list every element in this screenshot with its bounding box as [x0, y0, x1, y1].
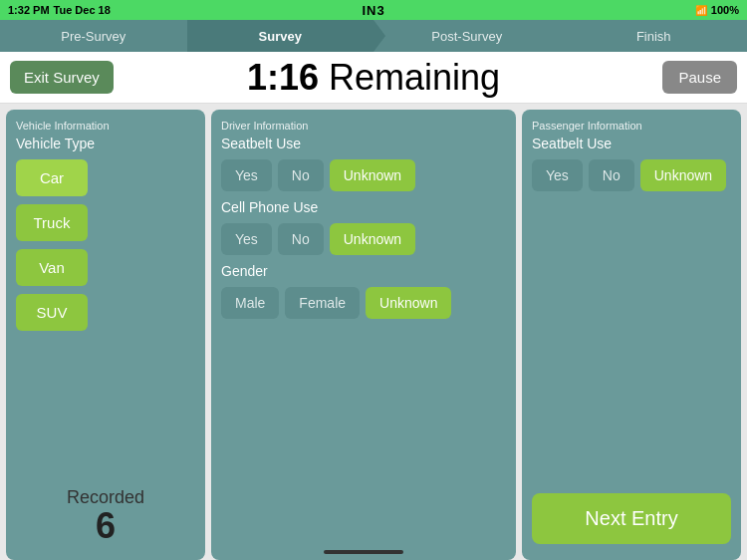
timer-remaining-label: Remaining — [319, 57, 500, 98]
status-bar: 1:32 PM Tue Dec 18 IN3 📶 100% — [0, 0, 747, 20]
status-date: Tue Dec 18 — [54, 4, 111, 16]
wifi-icon: 📶 — [695, 5, 707, 16]
battery-level: 100% — [711, 4, 739, 16]
driver-gender-unknown[interactable]: Unknown — [366, 287, 451, 319]
vehicle-panel: Vehicle Information Vehicle Type Car Tru… — [6, 110, 205, 560]
passenger-seatbelt-title: Seatbelt Use — [532, 136, 731, 151]
driver-cellphone-title: Cell Phone Use — [221, 199, 506, 215]
scroll-indicator — [324, 550, 403, 554]
driver-gender-female[interactable]: Female — [285, 287, 360, 319]
status-time: 1:32 PM — [8, 4, 50, 16]
driver-panel-label: Driver Information — [221, 120, 506, 132]
driver-gender-group: Male Female Unknown — [221, 287, 506, 319]
vehicle-suv-button[interactable]: SUV — [16, 294, 88, 331]
passenger-seatbelt-unknown[interactable]: Unknown — [640, 159, 726, 191]
tab-finish[interactable]: Finish — [561, 20, 748, 52]
passenger-seatbelt-yes[interactable]: Yes — [532, 159, 583, 191]
next-entry-button[interactable]: Next Entry — [532, 493, 731, 544]
passenger-seatbelt-no[interactable]: No — [589, 159, 634, 191]
driver-panel: Driver Information Seatbelt Use Yes No U… — [211, 110, 516, 560]
driver-seatbelt-title: Seatbelt Use — [221, 136, 506, 151]
driver-cellphone-unknown[interactable]: Unknown — [330, 223, 415, 255]
tab-bar: Pre-Survey Survey Post-Survey Finish — [0, 20, 747, 52]
driver-seatbelt-unknown[interactable]: Unknown — [330, 159, 415, 191]
driver-gender-title: Gender — [221, 263, 506, 279]
driver-cellphone-group: Yes No Unknown — [221, 223, 506, 255]
timer-number: 1:16 — [247, 57, 319, 98]
vehicle-truck-button[interactable]: Truck — [16, 204, 88, 241]
driver-cellphone-yes[interactable]: Yes — [221, 223, 272, 255]
passenger-panel-label: Passenger Information — [532, 120, 731, 132]
tab-pre-survey[interactable]: Pre-Survey — [0, 20, 187, 52]
passenger-seatbelt-group: Yes No Unknown — [532, 159, 731, 191]
app-title: IN3 — [362, 3, 384, 18]
recorded-section: Recorded 6 — [6, 487, 205, 544]
vehicle-car-button[interactable]: Car — [16, 159, 88, 196]
tab-survey[interactable]: Survey — [187, 20, 374, 52]
status-right: 📶 100% — [695, 4, 739, 16]
driver-cellphone-no[interactable]: No — [278, 223, 324, 255]
vehicle-panel-label: Vehicle Information — [16, 120, 195, 132]
driver-gender-male[interactable]: Male — [221, 287, 279, 319]
recorded-count: 6 — [6, 508, 205, 544]
timer-bar: Exit Survey 1:16 Remaining Pause — [0, 52, 747, 104]
exit-survey-button[interactable]: Exit Survey — [10, 61, 114, 94]
vehicle-van-button[interactable]: Van — [16, 249, 88, 286]
driver-seatbelt-group: Yes No Unknown — [221, 159, 506, 191]
driver-seatbelt-no[interactable]: No — [278, 159, 324, 191]
pause-button[interactable]: Pause — [662, 61, 737, 94]
vehicle-type-title: Vehicle Type — [16, 136, 195, 151]
timer-display: 1:16 Remaining — [247, 57, 500, 99]
main-content: Vehicle Information Vehicle Type Car Tru… — [0, 104, 747, 560]
driver-seatbelt-yes[interactable]: Yes — [221, 159, 272, 191]
tab-post-survey[interactable]: Post-Survey — [374, 20, 561, 52]
passenger-panel: Passenger Information Seatbelt Use Yes N… — [522, 110, 741, 560]
